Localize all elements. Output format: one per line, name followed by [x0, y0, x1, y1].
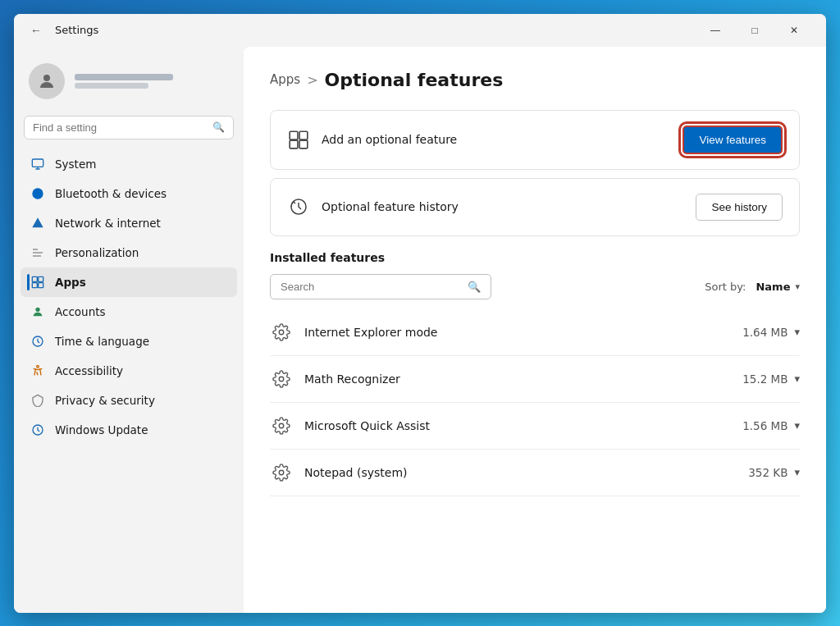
- feature-row: Notepad (system) 352 KB ▾: [270, 450, 800, 496]
- sidebar-item-label-bluetooth: Bluetooth & devices: [55, 187, 167, 200]
- installed-search-input[interactable]: [281, 281, 461, 293]
- svg-point-24: [279, 377, 284, 382]
- feature-row-right-0: 1.64 MB ▾: [742, 326, 800, 339]
- svg-rect-21: [299, 140, 308, 149]
- close-button[interactable]: ✕: [775, 17, 813, 43]
- svg-rect-13: [39, 282, 43, 287]
- user-email: [75, 83, 148, 89]
- feature-size-2: 1.56 MB: [742, 419, 788, 432]
- breadcrumb-current: Optional features: [325, 70, 504, 90]
- see-history-button[interactable]: See history: [696, 194, 783, 221]
- feature-row: Math Recognizer 15.2 MB ▾: [270, 356, 800, 403]
- time-icon: [30, 334, 45, 349]
- breadcrumb-separator: >: [307, 72, 317, 88]
- feature-name-3: Notepad (system): [304, 466, 407, 479]
- settings-window: ← Settings — □ ✕: [14, 14, 826, 613]
- sort-control[interactable]: Sort by: Name ▾: [705, 281, 800, 293]
- minimize-button[interactable]: —: [696, 17, 734, 43]
- svg-rect-20: [290, 140, 298, 149]
- title-bar-controls: — □ ✕: [696, 17, 813, 43]
- svg-point-23: [279, 330, 284, 335]
- feature-size-0: 1.64 MB: [742, 326, 788, 339]
- sidebar-item-label-network: Network & internet: [55, 217, 161, 230]
- sidebar-item-bluetooth[interactable]: B Bluetooth & devices: [21, 179, 237, 208]
- sidebar-item-apps[interactable]: Apps: [21, 267, 237, 297]
- feature-history-card: Optional feature history See history: [270, 178, 800, 236]
- feature-name-1: Math Recognizer: [304, 372, 400, 386]
- sidebar-item-privacy[interactable]: Privacy & security: [21, 386, 237, 415]
- system-icon: [30, 157, 45, 171]
- search-icon: 🔍: [212, 121, 225, 133]
- svg-rect-19: [299, 131, 308, 139]
- sidebar-item-accessibility[interactable]: Accessibility: [21, 356, 237, 386]
- feature-rows: Internet Explorer mode 1.64 MB ▾ Math Re…: [270, 309, 800, 496]
- sidebar-item-personalization[interactable]: Personalization: [21, 238, 237, 267]
- feature-row-left-1: Math Recognizer: [270, 368, 400, 391]
- feature-name-0: Internet Explorer mode: [304, 326, 437, 339]
- feature-row-right-1: 15.2 MB ▾: [742, 372, 800, 386]
- sidebar-item-system[interactable]: System: [21, 149, 237, 179]
- feature-gear-icon-1: [270, 368, 293, 391]
- feature-size-1: 15.2 MB: [742, 372, 788, 386]
- view-features-button[interactable]: View features: [682, 126, 783, 154]
- svg-rect-10: [32, 276, 37, 281]
- svg-point-25: [279, 423, 284, 428]
- sidebar-item-time[interactable]: Time & language: [21, 327, 237, 356]
- sidebar-item-label-update: Windows Update: [55, 423, 148, 436]
- installed-features-header: 🔍 Sort by: Name ▾: [270, 274, 800, 299]
- update-icon: [30, 423, 45, 437]
- sidebar-item-network[interactable]: Network & internet: [21, 208, 237, 238]
- sidebar: 🔍 System B Bluetooth & devices Network &…: [14, 47, 244, 613]
- svg-marker-6: [32, 217, 43, 227]
- find-setting-search[interactable]: 🔍: [24, 116, 234, 139]
- feature-gear-icon-2: [270, 414, 293, 437]
- feature-row: Microsoft Quick Assist 1.56 MB ▾: [270, 403, 800, 450]
- add-feature-icon: [287, 128, 310, 151]
- svg-rect-11: [39, 276, 43, 281]
- breadcrumb-apps[interactable]: Apps: [270, 72, 300, 87]
- sort-value: Name: [756, 281, 790, 293]
- feature-expand-icon-3[interactable]: ▾: [794, 466, 800, 478]
- title-bar-left: ← Settings: [27, 21, 98, 40]
- maximize-button[interactable]: □: [736, 17, 774, 43]
- feature-expand-icon-1[interactable]: ▾: [794, 372, 800, 385]
- feature-row: Internet Explorer mode 1.64 MB ▾: [270, 309, 800, 356]
- feature-row-right-3: 352 KB ▾: [748, 466, 800, 479]
- svg-rect-18: [290, 131, 298, 139]
- apps-icon: [30, 275, 45, 290]
- feature-name-2: Microsoft Quick Assist: [304, 419, 430, 432]
- accounts-icon: [30, 304, 45, 319]
- network-icon: [30, 216, 45, 231]
- sidebar-item-label-personalization: Personalization: [55, 246, 139, 259]
- sidebar-item-label-privacy: Privacy & security: [55, 394, 155, 407]
- installed-search-box[interactable]: 🔍: [270, 274, 491, 299]
- sidebar-item-accounts[interactable]: Accounts: [21, 297, 237, 327]
- avatar: [29, 63, 65, 99]
- svg-text:B: B: [35, 190, 39, 197]
- history-icon: [287, 195, 310, 218]
- sort-by-label: Sort by:: [705, 281, 746, 293]
- feature-row-left-3: Notepad (system): [270, 461, 407, 484]
- feature-expand-icon-2[interactable]: ▾: [794, 419, 800, 432]
- privacy-icon: [30, 393, 45, 408]
- add-optional-feature-card: Add an optional feature View features: [270, 110, 800, 170]
- title-bar: ← Settings — □ ✕: [14, 14, 826, 47]
- feature-expand-icon-0[interactable]: ▾: [794, 326, 800, 338]
- sidebar-item-label-time: Time & language: [55, 335, 149, 348]
- feature-row-right-2: 1.56 MB ▾: [742, 419, 800, 432]
- user-name: [75, 74, 173, 80]
- add-feature-label: Add an optional feature: [322, 133, 457, 146]
- svg-rect-12: [32, 282, 37, 287]
- sidebar-item-update[interactable]: Windows Update: [21, 415, 237, 445]
- find-setting-input[interactable]: [33, 121, 206, 134]
- nav-items: System B Bluetooth & devices Network & i…: [21, 149, 237, 445]
- user-info: [75, 74, 173, 89]
- feature-row-left-0: Internet Explorer mode: [270, 321, 437, 344]
- accessibility-icon: [30, 363, 45, 378]
- back-button[interactable]: ←: [27, 21, 45, 40]
- breadcrumb: Apps > Optional features: [270, 70, 800, 90]
- feature-gear-icon-0: [270, 321, 293, 344]
- feature-history-label: Optional feature history: [322, 200, 459, 213]
- window-title: Settings: [55, 24, 98, 36]
- add-feature-left: Add an optional feature: [287, 128, 457, 151]
